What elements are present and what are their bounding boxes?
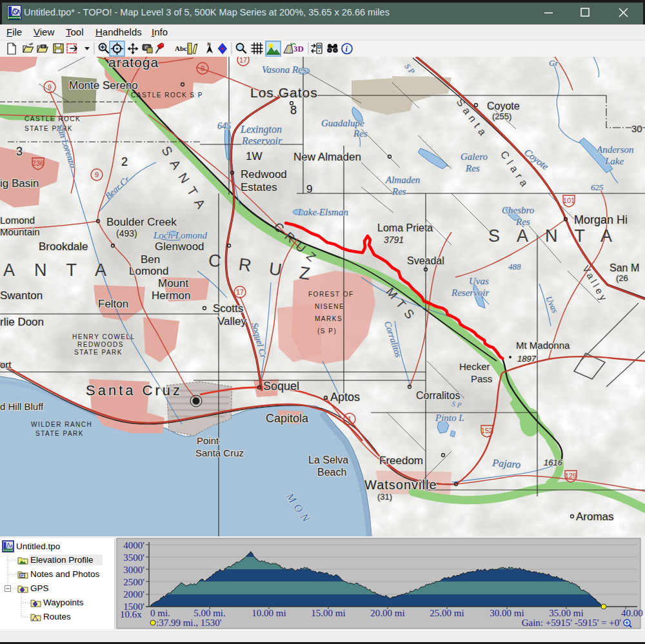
svg-text:Uvas: Uvas <box>469 276 489 286</box>
svg-text:Untitled.tpo: Untitled.tpo <box>16 542 60 551</box>
svg-text:Santa Cruz: Santa Cruz <box>86 382 183 398</box>
svg-text:d Hill Bluff: d Hill Bluff <box>0 401 44 412</box>
svg-text:Swanton: Swanton <box>0 289 43 302</box>
svg-text:Guadalupe: Guadalupe <box>321 118 364 128</box>
svg-text:La Selva: La Selva <box>308 454 348 465</box>
svg-text:Gain: +5915' -5915' = +0': Gain: +5915' -5915' = +0' <box>522 618 622 628</box>
svg-text:Res: Res <box>515 217 530 227</box>
svg-text:Lake Elsman: Lake Elsman <box>297 207 348 217</box>
svg-text:REDWOODS: REDWOODS <box>77 341 124 348</box>
svg-text:Elevation Profile: Elevation Profile <box>30 555 94 565</box>
svg-text:Abc: Abc <box>175 44 187 52</box>
svg-text:NISENE: NISENE <box>315 303 344 310</box>
svg-text:ort: ort <box>0 359 12 370</box>
svg-text:Gr: Gr <box>549 58 559 68</box>
svg-text:Point: Point <box>197 435 219 446</box>
svg-text:Aromas: Aromas <box>576 511 614 523</box>
svg-text:Santa Cruz: Santa Cruz <box>195 447 244 458</box>
svg-text:1897: 1897 <box>517 354 537 364</box>
svg-text:Los Gatos: Los Gatos <box>250 85 318 100</box>
svg-text:15.00 mi: 15.00 mi <box>311 608 345 618</box>
svg-text:35.00 mi: 35.00 mi <box>549 608 583 618</box>
svg-text:Lexington: Lexington <box>240 124 282 135</box>
svg-text:30: 30 <box>631 123 642 134</box>
svg-text:Hermon: Hermon <box>152 289 190 302</box>
svg-text:Valley: Valley <box>217 315 247 327</box>
svg-text:Pass: Pass <box>471 373 492 384</box>
svg-text:3500': 3500' <box>123 552 144 563</box>
svg-text:Galero: Galero <box>461 151 488 162</box>
svg-text:aratoga: aratoga <box>108 57 159 70</box>
svg-text::37.99 mi., 1530': :37.99 mi., 1530' <box>156 618 222 628</box>
svg-text:Reservoir: Reservoir <box>241 135 283 146</box>
svg-text:625: 625 <box>591 182 604 192</box>
svg-text:1W: 1W <box>246 150 263 162</box>
svg-text:20.00 mi: 20.00 mi <box>370 608 404 618</box>
svg-text:Lake: Lake <box>604 156 624 166</box>
svg-text:CASTLE ROCK: CASTLE ROCK <box>25 115 81 122</box>
svg-text:Soquel: Soquel <box>263 380 299 393</box>
svg-text:2500': 2500' <box>123 577 144 587</box>
svg-text:25.00 mi: 25.00 mi <box>430 608 464 618</box>
svg-text:129: 129 <box>565 472 577 480</box>
svg-text:SANTA: SANTA <box>488 226 629 246</box>
svg-text:152: 152 <box>481 427 493 434</box>
svg-text:Anderson: Anderson <box>596 144 634 155</box>
svg-text:10.6x: 10.6x <box>120 609 142 620</box>
svg-text:9: 9 <box>48 83 52 91</box>
svg-text:3791: 3791 <box>384 235 404 245</box>
svg-text:0 mi.: 0 mi. <box>150 608 170 618</box>
svg-text:Almaden: Almaden <box>385 175 420 185</box>
svg-text:Res: Res <box>392 186 406 197</box>
svg-text:S P: S P <box>452 400 462 409</box>
svg-text:1616: 1616 <box>544 458 563 467</box>
svg-text:Lomond: Lomond <box>0 215 35 226</box>
svg-text:Sveadal: Sveadal <box>407 255 444 266</box>
svg-text:3D: 3D <box>293 44 304 54</box>
svg-text:17: 17 <box>239 57 247 64</box>
svg-text:17: 17 <box>236 288 244 296</box>
svg-text:Notes and Photos: Notes and Photos <box>30 569 100 579</box>
svg-text:9: 9 <box>306 183 312 195</box>
svg-text:GPS: GPS <box>30 583 49 593</box>
svg-text:Reservoir: Reservoir <box>451 288 489 298</box>
svg-text:(493): (493) <box>116 228 137 239</box>
svg-text:(31): (31) <box>377 492 392 502</box>
svg-text:9: 9 <box>201 64 204 72</box>
svg-text:40.00: 40.00 <box>621 608 643 618</box>
svg-text:Waypoints: Waypoints <box>43 598 84 607</box>
svg-text:CASTLE ROCK S P: CASTLE ROCK S P <box>131 92 203 99</box>
svg-text:Res: Res <box>465 163 480 173</box>
svg-text:2: 2 <box>121 155 128 168</box>
svg-text:(S P): (S P) <box>317 327 337 335</box>
svg-text:N: N <box>208 42 211 46</box>
svg-text:645: 645 <box>217 121 231 131</box>
svg-text:FOREST OF: FOREST OF <box>308 291 354 298</box>
svg-text:Hecker: Hecker <box>459 361 490 372</box>
svg-text:30.00 mi: 30.00 mi <box>490 608 524 618</box>
svg-text:Monte Sereno: Monte Sereno <box>69 79 138 92</box>
svg-text:Coyote: Coyote <box>487 101 520 112</box>
svg-text:Loch Lomond: Loch Lomond <box>153 230 207 240</box>
svg-text:New Almaden: New Almaden <box>293 151 361 163</box>
svg-text:rlie Doon: rlie Doon <box>0 316 44 328</box>
svg-text:Ben: Ben <box>141 253 160 266</box>
svg-text:Mount: Mount <box>158 277 189 289</box>
svg-text:Routes: Routes <box>43 612 71 621</box>
svg-text:MARKS: MARKS <box>315 315 342 322</box>
svg-text:2000': 2000' <box>123 589 144 600</box>
svg-text:San M: San M <box>610 262 639 273</box>
svg-text:Estates: Estates <box>241 181 277 193</box>
svg-text:Boulder Creek: Boulder Creek <box>106 216 177 228</box>
svg-text:STATE PARK: STATE PARK <box>74 349 123 356</box>
svg-text:Lomond: Lomond <box>129 265 168 277</box>
svg-text:9: 9 <box>95 171 99 179</box>
svg-text:236: 236 <box>32 159 44 167</box>
svg-text:Scotts: Scotts <box>213 302 243 315</box>
svg-text:3: 3 <box>16 145 23 158</box>
svg-text:8: 8 <box>290 104 297 117</box>
svg-text:488: 488 <box>508 262 521 271</box>
svg-text:Mt Madonna: Mt Madonna <box>516 340 570 351</box>
svg-text:Vasona Res: Vasona Res <box>262 64 306 75</box>
svg-text:Beach: Beach <box>317 467 346 478</box>
